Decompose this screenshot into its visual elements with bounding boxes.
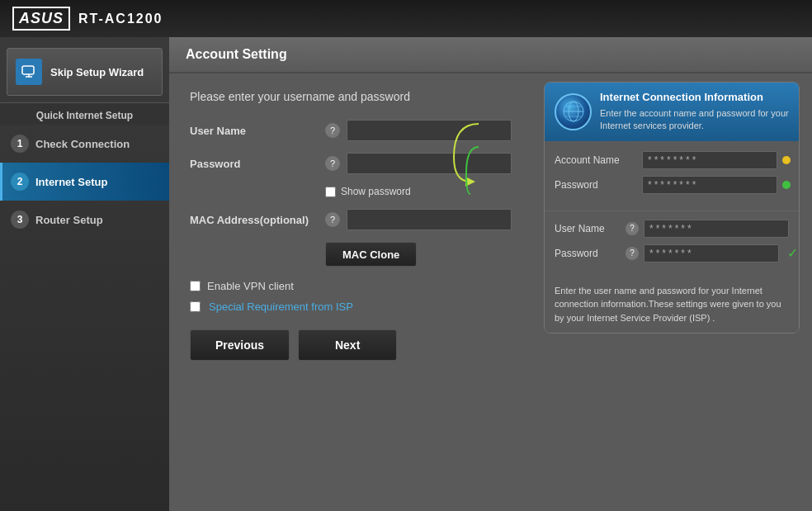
lower-password-label: Password	[555, 248, 621, 259]
info-password-row: Password	[555, 176, 789, 194]
lower-username-label: User Name	[555, 223, 621, 234]
info-description: Enter the user name and password for you…	[545, 277, 799, 334]
info-panel-body: Account Name Password	[545, 141, 799, 211]
step-3-label: Router Setup	[35, 214, 103, 226]
account-name-label: Account Name	[555, 154, 637, 166]
sidebar-step-1[interactable]: 1 Check Connection	[0, 125, 169, 163]
sidebar-step-2[interactable]: 2 Internet Setup	[0, 163, 169, 201]
info-panel-lower: User Name ? Password ? ✓	[545, 211, 799, 277]
asus-logo: ASUS	[12, 7, 70, 31]
lower-username-help[interactable]: ?	[626, 222, 639, 235]
mac-address-label: MAC Address(optional)	[190, 214, 322, 226]
checkmark-icon: ✓	[787, 245, 798, 261]
content-header: Account Setting	[169, 37, 812, 73]
content-body: Please enter your username and password …	[169, 73, 812, 511]
mac-help-icon[interactable]: ?	[325, 212, 340, 227]
step-1-number: 1	[11, 135, 29, 153]
account-name-row: Account Name	[555, 151, 789, 169]
show-password-label[interactable]: Show password	[341, 186, 411, 197]
account-name-dot	[782, 156, 791, 164]
password-label: Password	[190, 158, 322, 170]
enable-vpn-checkbox[interactable]	[190, 281, 201, 291]
header: ASUS RT-AC1200	[0, 0, 812, 37]
step-3-number: 3	[11, 211, 29, 229]
info-password-label: Password	[555, 179, 637, 191]
logo-area: ASUS RT-AC1200	[12, 7, 163, 31]
lower-password-input[interactable]	[644, 244, 779, 263]
lower-username-row: User Name ?	[555, 220, 789, 238]
info-panel-header: Internet Connection Information Enter th…	[545, 83, 799, 141]
account-name-field[interactable]	[642, 151, 777, 169]
special-req-checkbox[interactable]	[190, 301, 201, 312]
password-help-icon[interactable]: ?	[325, 156, 340, 171]
info-panel: Internet Connection Information Enter th…	[544, 82, 800, 334]
info-password-field[interactable]	[642, 176, 777, 194]
lower-password-row: Password ? ✓	[555, 244, 789, 263]
quick-internet-label: Quick Internet Setup	[0, 102, 169, 125]
main-layout: Skip Setup Wizard Quick Internet Setup 1…	[0, 37, 812, 511]
info-password-dot	[782, 181, 791, 189]
navigation-buttons: Previous Next	[190, 329, 791, 361]
skip-setup-label: Skip Setup Wizard	[50, 66, 144, 78]
info-panel-desc: Enter the account name and password for …	[600, 107, 789, 133]
router-model: RT-AC1200	[78, 12, 163, 26]
step-2-number: 2	[11, 173, 29, 191]
next-button[interactable]: Next	[298, 329, 397, 361]
lower-username-input[interactable]	[644, 220, 789, 238]
previous-button[interactable]: Previous	[190, 329, 290, 361]
show-password-checkbox[interactable]	[325, 187, 336, 197]
mac-address-input[interactable]	[347, 209, 512, 230]
info-panel-header-text: Internet Connection Information Enter th…	[600, 91, 789, 133]
content-title: Account Setting	[186, 47, 795, 62]
skip-setup-button[interactable]: Skip Setup Wizard	[7, 48, 163, 96]
sidebar-step-3[interactable]: 3 Router Setup	[0, 201, 169, 239]
mac-clone-button[interactable]: MAC Clone	[325, 242, 417, 267]
enable-vpn-label[interactable]: Enable VPN client	[207, 280, 294, 292]
skip-icon	[16, 59, 42, 85]
username-help-icon[interactable]: ?	[325, 123, 340, 138]
connector-arrows	[479, 107, 561, 206]
special-req-label[interactable]: Special Requirement from ISP	[209, 300, 353, 313]
sidebar: Skip Setup Wizard Quick Internet Setup 1…	[0, 37, 169, 511]
step-1-label: Check Connection	[35, 138, 130, 150]
info-panel-title: Internet Connection Information	[600, 91, 789, 105]
step-2-label: Internet Setup	[35, 176, 107, 188]
lower-password-help[interactable]: ?	[626, 247, 639, 260]
username-label: User Name	[190, 125, 322, 137]
svg-rect-0	[22, 66, 34, 74]
content-area: Account Setting Please enter your userna…	[169, 37, 812, 511]
